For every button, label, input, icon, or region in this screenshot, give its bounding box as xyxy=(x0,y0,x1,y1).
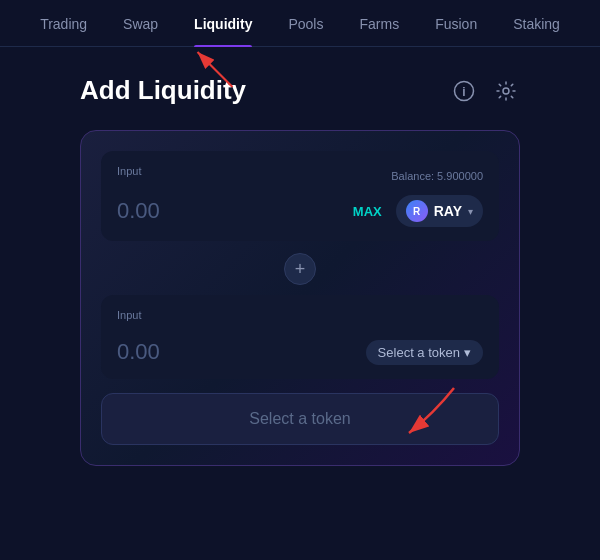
select-token-inline[interactable]: Select a token ▾ xyxy=(366,340,483,365)
chevron-down-icon-2: ▾ xyxy=(464,345,471,360)
nav-trading[interactable]: Trading xyxy=(40,16,87,46)
select-token-button[interactable]: Select a token xyxy=(101,393,499,445)
main-nav: Trading Swap Liquidity Pools Farms Fusio… xyxy=(0,0,600,47)
svg-point-3 xyxy=(503,88,509,94)
input-box-1: Input Balance: 5.900000 0.00 MAX R RAY ▾ xyxy=(101,151,499,241)
plus-button[interactable]: + xyxy=(284,253,316,285)
ray-token-name: RAY xyxy=(434,203,462,219)
max-button[interactable]: MAX xyxy=(353,204,382,219)
input2-label: Input xyxy=(117,309,141,321)
info-icon[interactable]: i xyxy=(450,77,478,105)
balance-display: Balance: 5.900000 xyxy=(391,170,483,182)
nav-pools[interactable]: Pools xyxy=(288,16,323,46)
select-token-inline-label: Select a token xyxy=(378,345,460,360)
page-title: Add Liquidity xyxy=(80,75,246,106)
nav-fusion[interactable]: Fusion xyxy=(435,16,477,46)
chevron-down-icon: ▾ xyxy=(468,206,473,217)
input1-value[interactable]: 0.00 xyxy=(117,198,160,224)
nav-farms[interactable]: Farms xyxy=(359,16,399,46)
settings-icon[interactable] xyxy=(492,77,520,105)
liquidity-card: Input Balance: 5.900000 0.00 MAX R RAY ▾ xyxy=(80,130,520,466)
input1-label: Input xyxy=(117,165,141,177)
input-box-2: Input 0.00 Select a token ▾ xyxy=(101,295,499,379)
nav-liquidity[interactable]: Liquidity xyxy=(194,16,252,46)
svg-text:i: i xyxy=(462,84,465,98)
input2-value[interactable]: 0.00 xyxy=(117,339,160,365)
nav-swap[interactable]: Swap xyxy=(123,16,158,46)
token-selector-1: MAX R RAY ▾ xyxy=(353,195,483,227)
ray-token-badge[interactable]: R RAY ▾ xyxy=(396,195,483,227)
nav-staking[interactable]: Staking xyxy=(513,16,560,46)
ray-token-icon: R xyxy=(406,200,428,222)
